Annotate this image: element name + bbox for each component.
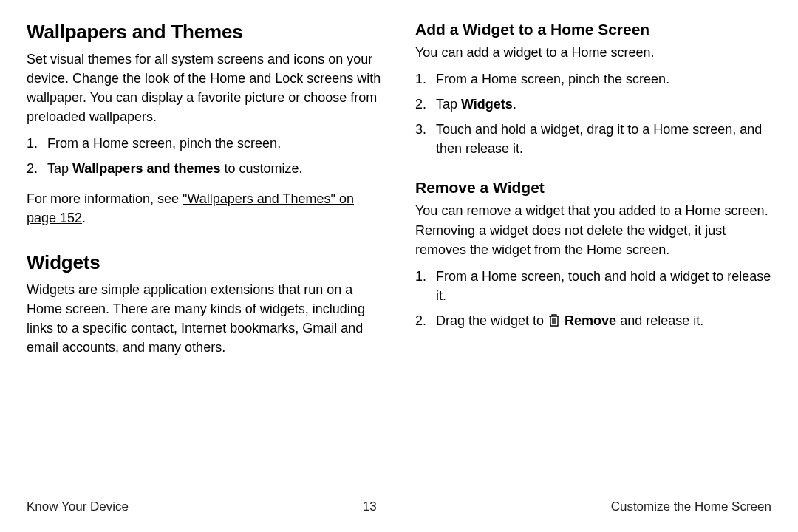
widgets-heading: Widgets [27,251,383,274]
crossref-suffix: . [82,211,86,225]
trash-icon [548,313,561,327]
remove-widget-intro: You can remove a widget that you added t… [415,201,771,259]
add-widget-step-3: Touch and hold a widget, drag it to a Ho… [415,120,771,158]
crossref-prefix: For more information, see [27,191,183,206]
wallpapers-steps: From a Home screen, pinch the screen. Ta… [27,134,383,178]
add-widget-step-2: Tap Widgets. [415,95,771,114]
wallpapers-intro: Set visual themes for all system screens… [27,50,383,126]
wallpapers-step-1: From a Home screen, pinch the screen. [27,134,383,153]
widgets-intro: Widgets are simple application extension… [27,280,383,357]
wallpapers-heading: Wallpapers and Themes [27,21,383,44]
footer-page-number: 13 [363,499,377,514]
remove-widget-heading: Remove a Widget [415,179,771,197]
remove-widget-steps: From a Home screen, touch and hold a wid… [415,267,771,330]
step-text-bold: Wallpapers and themes [72,161,220,176]
step-text-suffix: and release it. [616,313,703,328]
wallpapers-crossref: For more information, see "Wallpapers an… [27,189,383,228]
footer-left: Know Your Device [27,499,129,514]
step-text-bold: Widgets [461,97,513,112]
add-widget-step-1: From a Home screen, pinch the screen. [415,69,771,89]
step-text-prefix: Tap [47,161,72,176]
step-text-prefix: Drag the widget to [436,313,548,328]
add-widget-intro: You can add a widget to a Home screen. [415,43,771,62]
wallpapers-step-2: Tap Wallpapers and themes to customize. [27,159,383,178]
right-column: Add a Widget to a Home Screen You can ad… [415,21,771,494]
step-text-prefix: Tap [436,97,461,112]
page-footer: Know Your Device 13 Customize the Home S… [27,499,771,514]
step-text-suffix: to customize. [220,161,302,176]
remove-widget-step-1: From a Home screen, touch and hold a wid… [415,267,771,305]
remove-widget-step-2: Drag the widget to Remove and release it… [415,311,771,330]
footer-right: Customize the Home Screen [611,499,771,514]
step-text-suffix: . [513,97,516,112]
left-column: Wallpapers and Themes Set visual themes … [27,21,383,494]
content-columns: Wallpapers and Themes Set visual themes … [27,21,771,494]
step-text-bold: Remove [561,313,616,328]
add-widget-steps: From a Home screen, pinch the screen. Ta… [415,69,771,158]
add-widget-heading: Add a Widget to a Home Screen [415,21,771,38]
